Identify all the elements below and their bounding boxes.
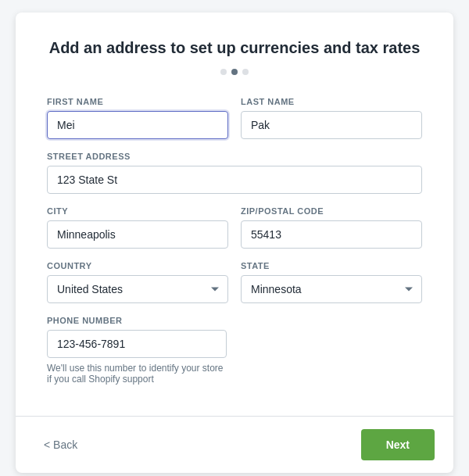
phone-input[interactable] (47, 330, 227, 358)
last-name-input[interactable] (241, 111, 422, 139)
country-state-row: COUNTRY United States Canada United King… (47, 261, 422, 303)
street-row: STREET ADDRESS (47, 152, 422, 194)
card-body: Add an address to set up currencies and … (16, 13, 453, 416)
phone-label: PHONE NUMBER (47, 316, 227, 325)
name-row: FIRST NAME LAST NAME (47, 97, 422, 139)
next-button[interactable]: Next (361, 429, 435, 460)
first-name-input[interactable] (47, 111, 228, 139)
dot-1 (220, 69, 227, 75)
country-group: COUNTRY United States Canada United King… (47, 261, 228, 303)
state-select-wrapper: Minnesota Alabama Alaska Arizona Califor… (241, 275, 422, 303)
dot-3 (242, 69, 249, 75)
first-name-group: FIRST NAME (47, 97, 228, 139)
back-label: < Back (44, 438, 77, 451)
zip-label: ZIP/POSTAL CODE (241, 206, 422, 216)
first-name-label: FIRST NAME (47, 97, 228, 106)
street-address-label: STREET ADDRESS (47, 152, 422, 161)
zip-input[interactable] (241, 220, 422, 249)
next-label: Next (386, 438, 410, 451)
country-select[interactable]: United States Canada United Kingdom Aust… (47, 275, 228, 303)
phone-group: PHONE NUMBER We'll use this number to id… (47, 316, 227, 385)
city-input[interactable] (47, 220, 228, 249)
street-address-input[interactable] (47, 166, 422, 194)
city-group: CITY (47, 206, 228, 249)
state-select[interactable]: Minnesota Alabama Alaska Arizona Califor… (241, 275, 422, 303)
last-name-label: LAST NAME (241, 97, 422, 106)
city-label: CITY (47, 206, 228, 216)
street-address-group: STREET ADDRESS (47, 152, 422, 194)
state-label: STATE (241, 261, 422, 270)
phone-helper-text: We'll use this number to identify your s… (47, 363, 227, 385)
back-button[interactable]: < Back (34, 432, 87, 457)
dot-2 (231, 69, 238, 75)
state-group: STATE Minnesota Alabama Alaska Arizona C… (241, 261, 422, 303)
main-card: Add an address to set up currencies and … (16, 13, 453, 473)
zip-group: ZIP/POSTAL CODE (241, 206, 422, 249)
last-name-group: LAST NAME (241, 97, 422, 139)
card-footer: < Back Next (16, 416, 453, 473)
country-select-wrapper: United States Canada United Kingdom Aust… (47, 275, 228, 303)
pagination-dots (47, 69, 422, 75)
city-zip-row: CITY ZIP/POSTAL CODE (47, 206, 422, 249)
country-label: COUNTRY (47, 261, 228, 270)
page-title: Add an address to set up currencies and … (47, 38, 422, 58)
phone-row: PHONE NUMBER We'll use this number to id… (47, 316, 422, 385)
